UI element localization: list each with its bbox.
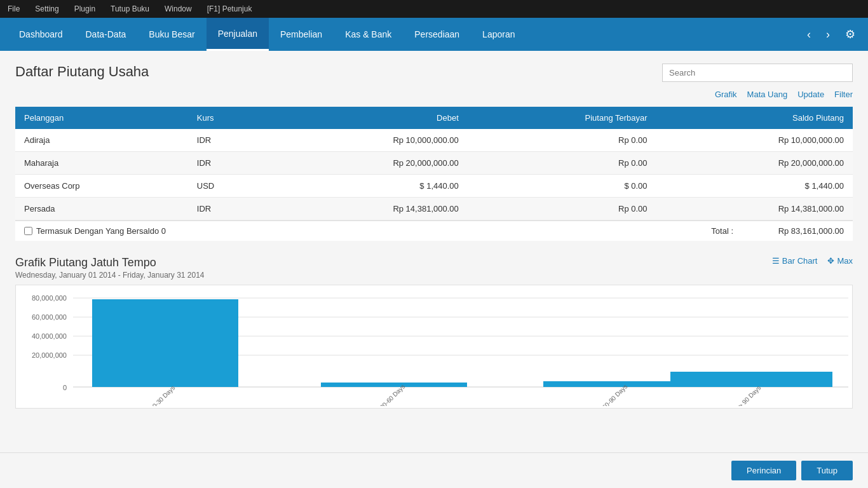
table-row[interactable]: Persada IDR Rp 14,381,000.00 Rp 0.00 Rp …: [15, 198, 853, 220]
nav-pembelian[interactable]: Pembelian: [269, 18, 334, 51]
nav-controls: ‹ › ⚙: [802, 25, 860, 44]
bar-60-90: [543, 381, 689, 387]
cell-saldo-piutang: $ 1,440.00: [656, 175, 853, 198]
cell-pelanggan: Adiraja: [15, 129, 188, 152]
svg-text:60,000,000: 60,000,000: [32, 313, 67, 321]
table-header-row: Pelanggan Kurs Debet Piutang Terbayar Sa…: [15, 107, 853, 129]
max-label: Max: [837, 256, 853, 266]
table-row[interactable]: Adiraja IDR Rp 10,000,000.00 Rp 0.00 Rp …: [15, 129, 853, 152]
nav-buku-besar[interactable]: Buku Besar: [137, 18, 206, 51]
menu-petunjuk[interactable]: [F1] Petunjuk: [205, 3, 255, 15]
cell-saldo-piutang: Rp 14,381,000.00: [656, 198, 853, 220]
total-row: Termasuk Dengan Yang Bersaldo 0 Total : …: [15, 220, 853, 241]
perincian-button[interactable]: Perincian: [731, 461, 796, 480]
chart-section: Grafik Piutang Jatuh Tempo Wednesday, Ja…: [15, 256, 853, 409]
nav-items: Dashboard Data-Data Buku Besar Penjualan…: [8, 18, 802, 51]
max-icon: ✥: [827, 256, 834, 266]
cell-pelanggan: Overseas Corp: [15, 175, 188, 198]
mata-uang-link[interactable]: Mata Uang: [747, 90, 788, 99]
nav-kas-bank[interactable]: Kas & Bank: [334, 18, 403, 51]
svg-text:0-30 Days: 0-30 Days: [151, 384, 177, 406]
nav-bar: Dashboard Data-Data Buku Besar Penjualan…: [0, 18, 868, 51]
nav-penjualan[interactable]: Penjualan: [207, 18, 269, 51]
cell-kurs: USD: [188, 175, 271, 198]
bottom-bar: Perincian Tutup: [0, 452, 868, 488]
chart-header: Grafik Piutang Jatuh Tempo Wednesday, Ja…: [15, 256, 853, 280]
col-debet: Debet: [271, 107, 467, 129]
cell-debet: Rp 20,000,000.00: [271, 152, 467, 175]
nav-forward-button[interactable]: ›: [821, 25, 835, 44]
search-input[interactable]: [662, 64, 853, 82]
menu-setting[interactable]: Setting: [32, 3, 61, 15]
svg-text:20,000,000: 20,000,000: [32, 351, 67, 359]
filter-link[interactable]: Filter: [834, 90, 853, 99]
table-row[interactable]: Overseas Corp USD $ 1,440.00 $ 0.00 $ 1,…: [15, 175, 853, 198]
grafik-link[interactable]: Grafik: [715, 90, 737, 99]
nav-persediaan[interactable]: Persediaan: [403, 18, 471, 51]
chart-controls: ☰ Bar Chart ✥ Max: [772, 256, 853, 266]
bersaldo-checkbox[interactable]: [24, 227, 32, 235]
bar-chart-label: Bar Chart: [782, 256, 818, 266]
chart-title: Grafik Piutang Jatuh Tempo: [15, 256, 205, 269]
bersaldo-label: Termasuk Dengan Yang Bersaldo 0: [36, 226, 166, 236]
cell-pelanggan: Maharaja: [15, 152, 188, 175]
col-piutang-terbayar: Piutang Terbayar: [468, 107, 656, 129]
cell-kurs: IDR: [188, 198, 271, 220]
bar-0-30: [92, 299, 238, 387]
col-kurs: Kurs: [188, 107, 271, 129]
menu-file[interactable]: File: [5, 3, 22, 15]
menu-bar: File Setting Plugin Tutup Buku Window [F…: [0, 0, 868, 18]
piutang-table: Pelanggan Kurs Debet Piutang Terbayar Sa…: [15, 107, 853, 220]
nav-laporan[interactable]: Laporan: [471, 18, 526, 51]
col-saldo-piutang: Saldo Piutang: [656, 107, 853, 129]
main-content: Daftar Piutang Usaha Grafik Mata Uang Up…: [0, 51, 868, 488]
page-header: Daftar Piutang Usaha: [15, 64, 853, 82]
menu-tutup-buku[interactable]: Tutup Buku: [108, 3, 152, 15]
svg-text:40,000,000: 40,000,000: [32, 332, 67, 340]
cell-saldo-piutang: Rp 20,000,000.00: [656, 152, 853, 175]
cell-kurs: IDR: [188, 129, 271, 152]
cell-pelanggan: Persada: [15, 198, 188, 220]
nav-data-data[interactable]: Data-Data: [74, 18, 138, 51]
bar-chart-button[interactable]: ☰ Bar Chart: [772, 256, 818, 266]
cell-debet: Rp 10,000,000.00: [271, 129, 467, 152]
menu-plugin[interactable]: Plugin: [72, 3, 98, 15]
total-label: Total :: [711, 226, 733, 236]
svg-text:> 90 Days: > 90 Days: [737, 384, 763, 406]
update-link[interactable]: Update: [797, 90, 824, 99]
nav-back-button[interactable]: ‹: [802, 25, 816, 44]
max-button[interactable]: ✥ Max: [827, 256, 853, 266]
action-bar: Grafik Mata Uang Update Filter: [15, 90, 853, 99]
cell-piutang-terbayar: Rp 0.00: [468, 129, 656, 152]
chart-container: 80,000,000 60,000,000 40,000,000 20,000,…: [15, 285, 853, 409]
total-value: Rp 83,161,000.00: [749, 226, 844, 236]
svg-text:0: 0: [63, 384, 67, 391]
col-pelanggan: Pelanggan: [15, 107, 188, 129]
cell-piutang-terbayar: $ 0.00: [468, 175, 656, 198]
nav-dashboard[interactable]: Dashboard: [8, 18, 74, 51]
tutup-button[interactable]: Tutup: [801, 461, 853, 480]
nav-settings-button[interactable]: ⚙: [840, 25, 860, 44]
bar-chart-icon: ☰: [772, 256, 780, 266]
cell-debet: $ 1,440.00: [271, 175, 467, 198]
menu-window[interactable]: Window: [162, 3, 194, 15]
bar-30-60: [321, 383, 467, 387]
cell-kurs: IDR: [188, 152, 271, 175]
table-body: Adiraja IDR Rp 10,000,000.00 Rp 0.00 Rp …: [15, 129, 853, 220]
cell-debet: Rp 14,381,000.00: [271, 198, 467, 220]
bar-over-90: [670, 372, 832, 387]
svg-text:80,000,000: 80,000,000: [32, 294, 67, 302]
page-title: Daftar Piutang Usaha: [15, 64, 149, 80]
chart-date: Wednesday, January 01 2014 - Friday, Jan…: [15, 271, 205, 280]
chart-title-block: Grafik Piutang Jatuh Tempo Wednesday, Ja…: [15, 256, 205, 280]
cell-piutang-terbayar: Rp 0.00: [468, 198, 656, 220]
search-box: [662, 64, 853, 82]
cell-saldo-piutang: Rp 10,000,000.00: [656, 129, 853, 152]
cell-piutang-terbayar: Rp 0.00: [468, 152, 656, 175]
bar-chart-svg: 80,000,000 60,000,000 40,000,000 20,000,…: [22, 292, 855, 406]
table-row[interactable]: Maharaja IDR Rp 20,000,000.00 Rp 0.00 Rp…: [15, 152, 853, 175]
